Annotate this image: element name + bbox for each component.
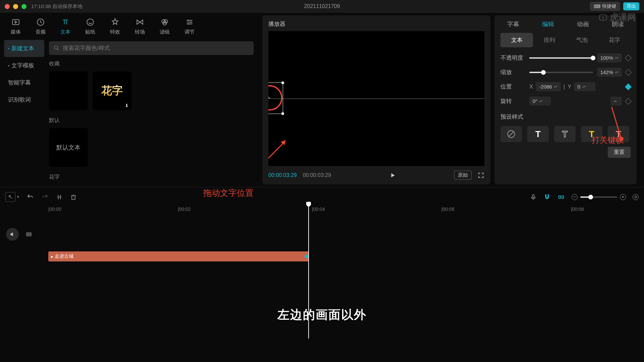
svg-rect-15 bbox=[559, 196, 561, 198]
export-button[interactable]: 导出 bbox=[623, 2, 639, 10]
opacity-keyframe[interactable] bbox=[625, 55, 632, 61]
scale-value[interactable]: 142%▴▾ bbox=[597, 68, 622, 77]
annotation-drag-text: 拖动文字位置 bbox=[203, 187, 254, 198]
annotation-arrow bbox=[268, 138, 293, 166]
prop-tab-anim[interactable]: 动画 bbox=[577, 20, 589, 28]
guide-line bbox=[268, 99, 484, 99]
timecode-current: 00:00:03:29 bbox=[268, 172, 297, 178]
magnet-main-icon[interactable] bbox=[543, 193, 551, 201]
subtab-arrange[interactable]: 排列 bbox=[533, 33, 566, 47]
timestamp: 17:10:38 bbox=[31, 3, 51, 9]
cat-lyrics[interactable]: 识别歌词 bbox=[4, 91, 44, 108]
resize-handle[interactable] bbox=[281, 81, 284, 84]
select-tool[interactable]: ↖▾ bbox=[5, 192, 19, 202]
tab-transition[interactable]: 转场 bbox=[135, 17, 145, 35]
section-favorites: 收藏 bbox=[49, 60, 254, 67]
maximize-window[interactable] bbox=[21, 4, 26, 9]
position-y[interactable]: 0▴▾ bbox=[574, 82, 595, 91]
mic-icon[interactable] bbox=[530, 194, 537, 200]
redo-button[interactable] bbox=[41, 193, 49, 201]
cat-template[interactable]: ▸文字模板 bbox=[4, 57, 44, 74]
text-preset-huazi-1[interactable]: 花字 bbox=[49, 71, 88, 110]
split-button[interactable] bbox=[56, 194, 63, 200]
position-x[interactable]: -2086▴▾ bbox=[536, 82, 560, 91]
timeline-ruler[interactable]: |00:00 |00:02 |00:04 |00:06 |00:08 bbox=[48, 206, 639, 215]
snap-icon[interactable] bbox=[557, 193, 565, 201]
tab-audio[interactable]: 音频 bbox=[36, 17, 46, 35]
clip-keyframe-marker bbox=[304, 254, 309, 259]
reset-button[interactable]: 重置 bbox=[608, 147, 631, 158]
preview-player: 播放器 ↖ 拖动文字位置 00:00:03:29 00:00:03:29 原始 bbox=[262, 15, 490, 184]
svg-point-3 bbox=[87, 19, 94, 25]
download-icon: ⬇ bbox=[125, 103, 129, 108]
search-input[interactable]: 搜索花字颜色/样式 bbox=[49, 41, 254, 55]
timeline-panel: ↖▾ − + ⊙ |00:00 |00:02 |00:04 |00:06 |00… bbox=[0, 187, 644, 351]
watermark: 虎课网 bbox=[598, 11, 636, 23]
text-preset-default[interactable]: 默认文本 bbox=[49, 128, 88, 167]
tab-adjust[interactable]: 调节 bbox=[184, 17, 195, 35]
autosave-status: 自动保存本地 bbox=[52, 3, 83, 9]
annotation-keyframe: 打关键帧 bbox=[592, 135, 624, 145]
resize-handle[interactable] bbox=[281, 112, 284, 115]
prop-tab-edit[interactable]: 编辑 bbox=[542, 20, 554, 28]
aspect-original[interactable]: 原始 bbox=[454, 171, 472, 180]
section-default: 默认 bbox=[49, 117, 254, 124]
video-subtitle-overlay: 左边的画面以外 bbox=[277, 307, 367, 323]
preset-style-1[interactable]: T bbox=[527, 126, 549, 142]
tab-media[interactable]: 媒体 bbox=[11, 17, 21, 35]
section-huazi: 花字 bbox=[49, 174, 254, 181]
position-keyframe[interactable] bbox=[625, 83, 632, 90]
position-label: 位置 bbox=[500, 83, 525, 90]
minimize-window[interactable] bbox=[13, 4, 18, 9]
mute-track-button[interactable] bbox=[6, 228, 19, 241]
svg-rect-17 bbox=[26, 233, 31, 236]
rotation-value[interactable]: 0°▴▾ bbox=[529, 97, 551, 106]
close-window[interactable] bbox=[5, 4, 10, 9]
tab-effect[interactable]: 特效 bbox=[110, 17, 120, 35]
shortcut-button[interactable]: ⌨快捷键 bbox=[590, 2, 620, 11]
scale-label: 缩放 bbox=[500, 68, 525, 76]
subtab-huazi[interactable]: 花字 bbox=[598, 33, 631, 47]
text-category-sidebar: ▸新建文本 ▸文字模板 智能字幕 识别歌词 bbox=[4, 40, 44, 186]
preset-label: 预设样式 bbox=[500, 113, 523, 121]
rotation-label: 旋转 bbox=[500, 97, 525, 105]
tab-sticker[interactable]: 贴纸 bbox=[85, 17, 95, 35]
play-button[interactable] bbox=[390, 172, 396, 178]
opacity-value[interactable]: 100%▴▾ bbox=[597, 53, 622, 62]
preset-none[interactable] bbox=[500, 126, 522, 142]
cursor-icon: ↖ bbox=[268, 93, 271, 101]
svg-rect-1 bbox=[12, 19, 19, 24]
preset-style-2[interactable]: T bbox=[554, 126, 576, 142]
text-preset-huazi-2[interactable]: 花字⬇ bbox=[93, 71, 131, 110]
fullscreen-icon[interactable] bbox=[478, 172, 484, 179]
player-title: 播放器 bbox=[268, 20, 484, 28]
svg-line-8 bbox=[268, 142, 289, 166]
delete-button[interactable] bbox=[70, 194, 77, 200]
tab-text[interactable]: 文本 bbox=[60, 17, 70, 35]
zoom-out-icon[interactable]: − bbox=[572, 194, 578, 200]
prop-tab-subtitle[interactable]: 字幕 bbox=[507, 20, 519, 28]
zoom-in-icon[interactable]: + bbox=[620, 194, 626, 200]
titlebar: 17:10:38 自动保存本地 202111021709 ⌨快捷键 导出 bbox=[0, 0, 644, 13]
zoom-slider[interactable] bbox=[580, 196, 617, 198]
cat-new-text[interactable]: ▸新建文本 bbox=[4, 40, 44, 57]
tab-filter[interactable]: 滤镜 bbox=[160, 17, 170, 35]
cat-subtitle[interactable]: 智能字幕 bbox=[4, 74, 44, 91]
film-icon[interactable] bbox=[25, 231, 32, 238]
timecode-total: 00:00:03:29 bbox=[303, 172, 331, 178]
zoom-fit-icon[interactable]: ⊙ bbox=[633, 194, 639, 200]
undo-button[interactable] bbox=[26, 193, 34, 201]
opacity-slider[interactable] bbox=[529, 57, 593, 59]
subtab-bubble[interactable]: 气泡 bbox=[566, 33, 598, 47]
rotation-keyframe[interactable] bbox=[625, 98, 632, 105]
scale-slider[interactable] bbox=[529, 72, 593, 73]
properties-panel: 字幕 编辑 动画 朗读 文本 排列 气泡 花字 不透明度 100%▴▾ 缩放 1… bbox=[494, 15, 637, 184]
svg-rect-13 bbox=[72, 195, 75, 199]
subtab-text[interactable]: 文本 bbox=[500, 33, 533, 47]
svg-rect-16 bbox=[562, 196, 564, 198]
preview-canvas[interactable]: ↖ bbox=[268, 31, 484, 166]
search-icon bbox=[54, 45, 59, 51]
opacity-label: 不透明度 bbox=[500, 54, 525, 62]
text-clip[interactable]: ▸走进古城 bbox=[48, 251, 309, 261]
scale-keyframe[interactable] bbox=[625, 69, 632, 76]
